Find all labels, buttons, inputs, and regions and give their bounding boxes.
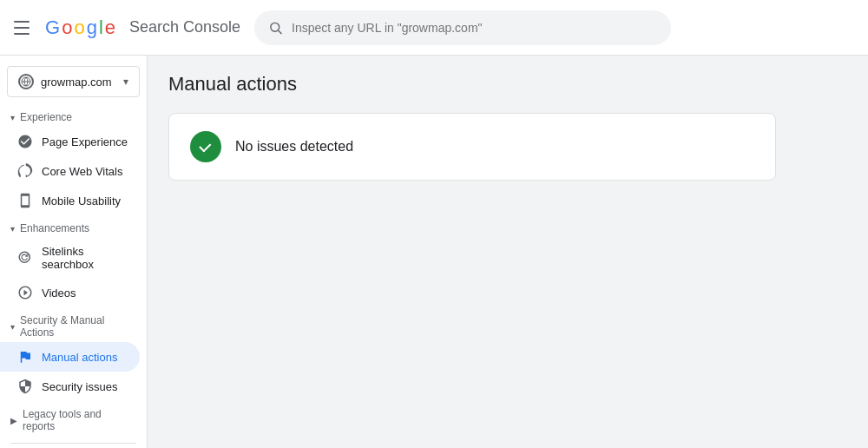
section-enhancements[interactable]: ▾ Enhancements: [0, 215, 147, 238]
section-security[interactable]: ▾ Security & Manual Actions: [0, 307, 147, 342]
sidebar-item-videos[interactable]: Videos: [0, 278, 140, 307]
globe-icon: [18, 74, 34, 89]
body-layout: growmap.com ▾ ▾ Experience Page Experien…: [0, 56, 868, 448]
sidebar-item-manual-actions[interactable]: Manual actions: [0, 342, 140, 372]
header-left: G o o g l e Search Console: [14, 16, 240, 39]
logo-o-red: o: [62, 16, 72, 39]
section-legacy-label: Legacy tools and reports: [23, 408, 136, 432]
sidebar-item-security-issues[interactable]: Security issues: [0, 372, 140, 401]
app-title: Search Console: [129, 18, 240, 36]
sidebar-item-security-issues-label: Security issues: [42, 380, 117, 393]
no-issues-text: No issues detected: [235, 139, 353, 155]
logo-e-red: e: [105, 16, 115, 39]
sidebar-item-page-experience[interactable]: Page Experience: [0, 127, 140, 156]
sidebar-item-manual-actions-label: Manual actions: [42, 351, 117, 364]
page-title: Manual actions: [168, 73, 847, 96]
logo-o-yellow: o: [74, 16, 84, 39]
sidebar-item-page-experience-label: Page Experience: [42, 135, 128, 148]
chevron-security-icon: ▾: [10, 322, 15, 332]
sitelinks-searchbox-icon: [17, 250, 33, 266]
chevron-legacy-icon: ▶: [10, 416, 17, 425]
section-experience[interactable]: ▾ Experience: [0, 104, 147, 127]
site-name: growmap.com: [41, 76, 116, 89]
sidebar: growmap.com ▾ ▾ Experience Page Experien…: [0, 56, 148, 448]
manual-actions-icon: [17, 349, 33, 365]
no-issues-card: No issues detected: [168, 113, 776, 181]
section-experience-label: Experience: [20, 111, 72, 123]
logo-g-blue2: g: [87, 16, 97, 39]
sidebar-item-core-web-vitals-label: Core Web Vitals: [42, 165, 122, 178]
sidebar-divider-1: [10, 443, 136, 444]
sidebar-item-mobile-usability-label: Mobile Usability: [42, 194, 121, 208]
mobile-usability-icon: [17, 193, 33, 208]
search-bar[interactable]: [254, 10, 671, 45]
main-content: Manual actions No issues detected: [148, 56, 868, 448]
sidebar-item-sitelinks-searchbox[interactable]: Sitelinks searchbox: [0, 238, 140, 278]
chevron-experience-icon: ▾: [10, 113, 15, 122]
search-input[interactable]: [292, 21, 657, 35]
sidebar-item-sitelinks-searchbox-label: Sitelinks searchbox: [42, 245, 129, 271]
sidebar-item-videos-label: Videos: [42, 287, 76, 300]
header: G o o g l e Search Console: [0, 0, 868, 56]
core-web-vitals-icon: [17, 163, 33, 179]
chevron-enhancements-icon: ▾: [10, 224, 15, 234]
logo-g-blue: G: [45, 16, 60, 39]
site-selector[interactable]: growmap.com ▾: [7, 66, 140, 97]
section-legacy[interactable]: ▶ Legacy tools and reports: [0, 401, 147, 436]
security-issues-icon: [17, 379, 33, 394]
section-enhancements-label: Enhancements: [20, 222, 89, 234]
sidebar-item-mobile-usability[interactable]: Mobile Usability: [0, 186, 140, 215]
checkmark-icon: [190, 131, 221, 162]
videos-icon: [17, 285, 33, 300]
svg-point-0: [271, 23, 279, 31]
dropdown-arrow-icon: ▾: [123, 76, 128, 88]
sidebar-item-core-web-vitals[interactable]: Core Web Vitals: [0, 156, 140, 186]
menu-icon[interactable]: [14, 17, 35, 38]
section-security-label: Security & Manual Actions: [20, 314, 136, 339]
search-bar-icon: [268, 20, 283, 36]
logo-l-green: l: [99, 16, 103, 39]
svg-line-1: [279, 30, 282, 34]
google-logo: G o o g l e: [45, 16, 115, 39]
page-experience-icon: [17, 134, 33, 149]
